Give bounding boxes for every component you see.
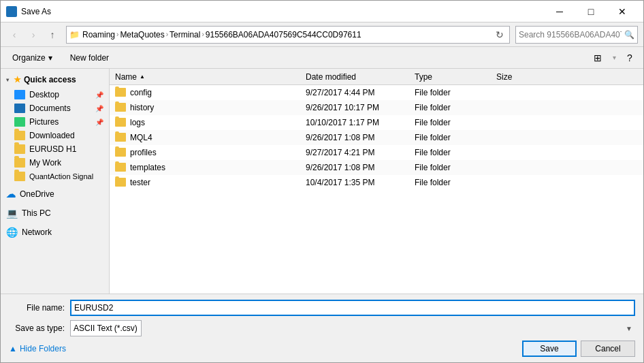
downloaded-folder-icon bbox=[14, 131, 25, 140]
breadcrumb-sep-3: › bbox=[202, 31, 204, 38]
col-name-label: Name bbox=[115, 72, 137, 82]
filename-input[interactable] bbox=[70, 300, 635, 316]
forward-button[interactable]: › bbox=[25, 27, 42, 43]
bottom-area: File name: Save as type: ASCII Text (*.c… bbox=[1, 294, 643, 362]
sidebar-item-documents[interactable]: Documents 📌 bbox=[1, 101, 109, 115]
file-date: 9/26/2017 1:08 PM bbox=[306, 163, 415, 172]
address-bar[interactable]: 📁 Roaming › MetaQuotes › Terminal › 9155… bbox=[66, 26, 510, 44]
breadcrumb-sep-2: › bbox=[166, 31, 168, 38]
hide-folders-button[interactable]: ▲ Hide Folders bbox=[9, 344, 66, 353]
hide-folders-icon: ▲ bbox=[9, 344, 17, 353]
search-icon: 🔍 bbox=[624, 30, 634, 40]
organize-label: Organize bbox=[12, 53, 46, 63]
file-name: tester bbox=[130, 178, 306, 187]
table-row[interactable]: MQL4 9/26/2017 1:08 PM File folder bbox=[110, 130, 643, 145]
sidebar: ▾ ★ Quick access Desktop 📌 Documents 📌 bbox=[1, 69, 110, 294]
file-date: 9/27/2017 4:44 PM bbox=[306, 88, 415, 97]
minimize-button[interactable]: ─ bbox=[544, 1, 575, 22]
table-row[interactable]: history 9/26/2017 10:17 PM File folder bbox=[110, 100, 643, 115]
sidebar-item-quantaction-label: QuantAction Signal bbox=[29, 172, 93, 180]
thispc-section: 💻 This PC bbox=[1, 205, 109, 221]
cancel-button[interactable]: Cancel bbox=[581, 341, 635, 357]
sidebar-item-desktop[interactable]: Desktop 📌 bbox=[1, 88, 109, 101]
thispc-icon: 💻 bbox=[6, 208, 18, 219]
col-date-label: Date modified bbox=[306, 72, 356, 82]
file-name: profiles bbox=[130, 148, 306, 157]
network-label: Network bbox=[22, 227, 52, 237]
folder-icon bbox=[115, 163, 126, 172]
file-type: File folder bbox=[415, 178, 496, 187]
table-row[interactable]: templates 9/26/2017 1:08 PM File folder bbox=[110, 160, 643, 175]
select-arrow-icon: ▼ bbox=[626, 325, 632, 332]
pin-icon-pics: 📌 bbox=[95, 119, 103, 126]
file-list-area: Name ▲ Date modified Type Size config 9/… bbox=[110, 69, 643, 294]
search-input[interactable] bbox=[519, 30, 622, 40]
cancel-label: Cancel bbox=[595, 344, 620, 353]
quantaction-folder-icon bbox=[14, 172, 25, 181]
up-button[interactable]: ↑ bbox=[44, 27, 61, 43]
breadcrumb-id: 915566BA06ADA407569C544CC0D97611 bbox=[206, 30, 361, 40]
refresh-button[interactable]: ↻ bbox=[493, 28, 506, 42]
col-size-header[interactable]: Size bbox=[496, 72, 551, 82]
col-type-header[interactable]: Type bbox=[415, 72, 496, 82]
file-name: MQL4 bbox=[130, 133, 306, 142]
thispc-label: This PC bbox=[22, 208, 51, 218]
address-folder-icon: 📁 bbox=[69, 30, 80, 40]
save-button[interactable]: Save bbox=[522, 341, 577, 357]
sidebar-item-quantaction[interactable]: QuantAction Signal bbox=[1, 170, 109, 183]
file-name: config bbox=[130, 88, 306, 97]
sidebar-item-downloaded[interactable]: Downloaded bbox=[1, 129, 109, 142]
file-date: 10/4/2017 1:35 PM bbox=[306, 178, 415, 187]
network-section: 🌐 Network bbox=[1, 224, 109, 240]
thispc-header[interactable]: 💻 This PC bbox=[1, 205, 109, 221]
filetype-select[interactable]: ASCII Text (*.csv) bbox=[70, 320, 142, 336]
save-label: Save bbox=[540, 344, 558, 353]
save-as-dialog: Save As ─ □ ✕ ‹ › ↑ 📁 Roaming › MetaQuot… bbox=[0, 0, 644, 363]
new-folder-button[interactable]: New folder bbox=[64, 50, 115, 66]
organize-chevron-icon: ▾ bbox=[48, 53, 52, 63]
help-button[interactable]: ? bbox=[622, 50, 638, 66]
file-date: 9/27/2017 4:21 PM bbox=[306, 148, 415, 157]
breadcrumb-terminal: Terminal bbox=[170, 30, 200, 40]
desktop-icon bbox=[14, 90, 25, 99]
sidebar-item-pictures[interactable]: Pictures 📌 bbox=[1, 115, 109, 129]
filename-row: File name: bbox=[9, 300, 635, 316]
col-date-header[interactable]: Date modified bbox=[306, 72, 415, 82]
window-controls: ─ □ ✕ bbox=[544, 1, 638, 22]
search-box[interactable]: 🔍 bbox=[515, 26, 638, 44]
table-row[interactable]: tester 10/4/2017 1:35 PM File folder bbox=[110, 175, 643, 190]
table-row[interactable]: logs 10/10/2017 1:17 PM File folder bbox=[110, 115, 643, 130]
col-name-header[interactable]: Name ▲ bbox=[115, 72, 306, 82]
file-name: history bbox=[130, 103, 306, 112]
file-date: 9/26/2017 1:08 PM bbox=[306, 133, 415, 142]
quick-access-section: ▾ ★ Quick access Desktop 📌 Documents 📌 bbox=[1, 72, 109, 183]
table-row[interactable]: profiles 9/27/2017 4:21 PM File folder bbox=[110, 145, 643, 160]
breadcrumb: Roaming › MetaQuotes › Terminal › 915566… bbox=[82, 30, 490, 40]
maximize-button[interactable]: □ bbox=[575, 1, 607, 22]
organize-button[interactable]: Organize ▾ bbox=[6, 50, 59, 66]
quick-access-header[interactable]: ▾ ★ Quick access bbox=[1, 72, 109, 88]
folder-icon bbox=[115, 178, 126, 187]
file-name: templates bbox=[130, 163, 306, 172]
filename-label: File name: bbox=[9, 303, 70, 313]
quick-access-label: Quick access bbox=[24, 75, 76, 84]
network-header[interactable]: 🌐 Network bbox=[1, 224, 109, 240]
pictures-icon bbox=[14, 117, 25, 127]
sidebar-item-eurusd[interactable]: EURUSD H1 bbox=[1, 142, 109, 156]
mywork-folder-icon bbox=[14, 158, 25, 168]
file-type: File folder bbox=[415, 133, 496, 142]
sidebar-item-documents-label: Documents bbox=[29, 104, 71, 113]
pin-icon-docs: 📌 bbox=[95, 105, 103, 112]
title-bar: Save As ─ □ ✕ bbox=[1, 1, 643, 22]
table-row[interactable]: config 9/27/2017 4:44 PM File folder bbox=[110, 85, 643, 100]
back-button[interactable]: ‹ bbox=[6, 27, 22, 43]
sidebar-item-mywork[interactable]: My Work bbox=[1, 156, 109, 170]
file-rows-container: config 9/27/2017 4:44 PM File folder his… bbox=[110, 85, 643, 190]
view-button[interactable]: ⊞ bbox=[588, 50, 607, 66]
close-button[interactable]: ✕ bbox=[607, 1, 638, 22]
filetype-label: Save as type: bbox=[9, 323, 70, 333]
file-type: File folder bbox=[415, 88, 496, 97]
folder-icon bbox=[115, 88, 126, 97]
onedrive-header[interactable]: ☁ OneDrive bbox=[1, 186, 109, 202]
pin-icon: 📌 bbox=[95, 91, 103, 99]
